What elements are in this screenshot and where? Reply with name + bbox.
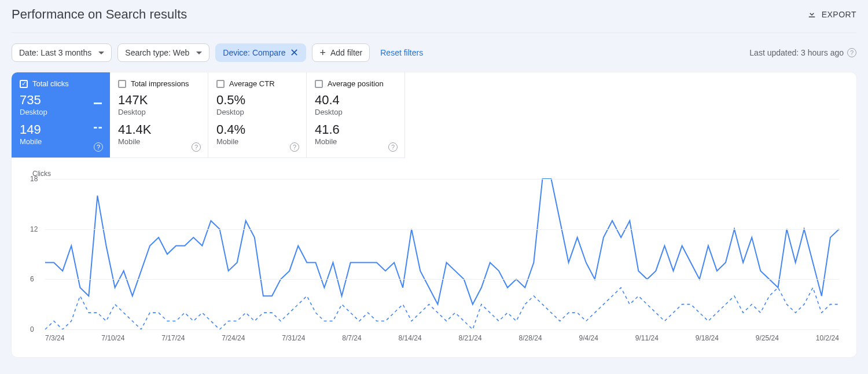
grid-line	[45, 329, 839, 330]
line-solid-icon	[94, 102, 102, 104]
filter-device-label: Device: Compare	[223, 48, 285, 57]
performance-card: Total clicks735Desktop149Mobile?Total im…	[12, 72, 856, 357]
x-tick: 7/3/24	[45, 334, 64, 342]
metric-label: Total clicks	[32, 79, 69, 88]
last-updated-text: Last updated: 3 hours ago	[749, 48, 844, 57]
x-tick: 10/2/24	[816, 334, 839, 342]
help-icon[interactable]: ?	[847, 48, 856, 57]
checkbox-icon	[216, 80, 225, 88]
x-tick: 9/4/24	[579, 334, 598, 342]
add-filter-button[interactable]: + Add filter	[312, 43, 370, 62]
filter-search-type[interactable]: Search type: Web	[117, 43, 209, 62]
close-icon[interactable]: ✕	[290, 49, 299, 57]
x-tick: 8/7/24	[342, 334, 361, 342]
metric-label: Average CTR	[229, 79, 275, 88]
metric-tile[interactable]: Total impressions147KDesktop41.4KMobile?	[110, 72, 208, 158]
filter-device[interactable]: Device: Compare ✕	[215, 43, 306, 62]
help-icon[interactable]: ?	[192, 142, 201, 152]
metric-value-mobile: 41.6	[315, 122, 396, 137]
grid-line	[45, 279, 839, 280]
metric-sub-desktop: Desktop	[20, 108, 102, 116]
grid-line	[45, 179, 839, 179]
metric-value-desktop: 0.5%	[216, 93, 298, 108]
x-tick: 9/25/24	[756, 334, 779, 342]
x-tick: 9/11/24	[635, 334, 659, 342]
grid-line	[45, 229, 839, 230]
chart-area: 061218	[45, 179, 839, 329]
metric-tile[interactable]: Total clicks735Desktop149Mobile?	[12, 72, 110, 158]
export-label: EXPORT	[822, 10, 856, 19]
chevron-down-icon	[98, 52, 104, 54]
x-tick: 7/10/24	[101, 334, 124, 342]
metric-sub-desktop: Desktop	[216, 108, 298, 116]
x-tick: 8/21/24	[459, 334, 482, 342]
chart-y-label: Clicks	[32, 170, 839, 178]
chart-x-axis: 7/3/247/10/247/17/247/24/247/31/248/7/24…	[45, 334, 839, 342]
y-tick: 6	[30, 275, 34, 283]
filter-date[interactable]: Date: Last 3 months	[12, 43, 112, 62]
add-filter-label: Add filter	[330, 48, 362, 57]
y-tick: 12	[30, 225, 38, 233]
plus-icon: +	[319, 49, 326, 57]
metric-sub-desktop: Desktop	[315, 108, 396, 116]
last-updated: Last updated: 3 hours ago ?	[749, 48, 856, 57]
export-button[interactable]: EXPORT	[807, 9, 856, 21]
line-dashed-icon	[94, 127, 102, 129]
metric-value-mobile: 0.4%	[216, 122, 298, 137]
metric-label: Total impressions	[131, 79, 189, 88]
x-tick: 7/31/24	[282, 334, 305, 342]
metric-tile[interactable]: Average position40.4Desktop41.6Mobile?	[307, 72, 405, 158]
metric-tile[interactable]: Average CTR0.5%Desktop0.4%Mobile?	[208, 72, 307, 158]
metric-tiles: Total clicks735Desktop149Mobile?Total im…	[12, 72, 856, 158]
checkbox-icon	[118, 80, 126, 88]
chart-series-desktop	[45, 179, 839, 305]
x-tick: 7/17/24	[161, 334, 185, 342]
metric-value-desktop: 735	[20, 93, 102, 108]
x-tick: 7/24/24	[222, 334, 245, 342]
help-icon[interactable]: ?	[290, 142, 299, 152]
metric-sub-mobile: Mobile	[315, 137, 396, 146]
metric-sub-mobile: Mobile	[216, 137, 298, 146]
y-tick: 18	[30, 175, 38, 183]
checkbox-icon	[315, 80, 323, 88]
download-icon	[807, 9, 817, 21]
metric-value-desktop: 147K	[118, 93, 200, 108]
chart-series-mobile	[45, 288, 839, 329]
page-title: Performance on Search results	[12, 7, 187, 22]
metric-sub-desktop: Desktop	[118, 108, 200, 116]
filter-search-type-label: Search type: Web	[125, 48, 189, 57]
help-icon[interactable]: ?	[388, 142, 398, 152]
filter-date-label: Date: Last 3 months	[19, 48, 91, 57]
help-icon[interactable]: ?	[94, 142, 103, 152]
metric-sub-mobile: Mobile	[20, 137, 102, 146]
x-tick: 8/14/24	[399, 334, 422, 342]
metric-value-mobile: 149	[20, 122, 102, 137]
y-tick: 0	[30, 325, 34, 333]
reset-filters-link[interactable]: Reset filters	[380, 48, 423, 57]
metric-label: Average position	[328, 79, 384, 88]
metric-value-desktop: 40.4	[315, 93, 396, 108]
checkbox-icon	[20, 80, 28, 88]
x-tick: 9/18/24	[696, 334, 719, 342]
chevron-down-icon	[196, 52, 202, 54]
metric-value-mobile: 41.4K	[118, 122, 200, 137]
chart-container: Clicks 061218 7/3/247/10/247/17/247/24/2…	[12, 158, 856, 357]
x-tick: 8/28/24	[519, 334, 542, 342]
metric-sub-mobile: Mobile	[118, 137, 200, 146]
